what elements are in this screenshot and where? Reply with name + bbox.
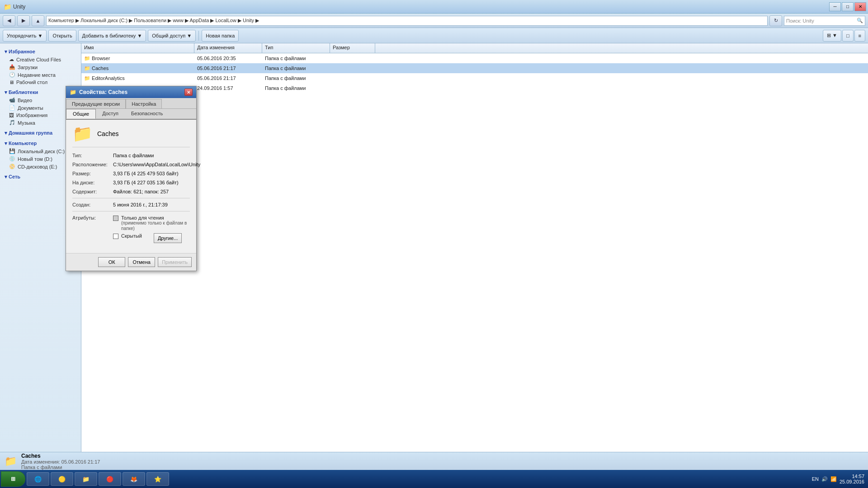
sidebar-item-label: Загрузки — [18, 65, 38, 70]
close-button[interactable]: ✕ — [854, 2, 866, 11]
sidebar-item-label: Локальный диск (C:) — [18, 149, 65, 154]
dialog-close-button[interactable]: ✕ — [184, 89, 193, 96]
attr-label: Атрибуты: — [72, 215, 113, 245]
sidebar-item-recent[interactable]: 🕐 Недавние места — [0, 71, 81, 79]
refresh-button[interactable]: ↻ — [769, 15, 782, 26]
sidebar-item-label: Видео — [18, 98, 32, 103]
file-name: 📁 EditorAnalytics — [81, 75, 194, 81]
hidden-checkbox[interactable] — [113, 234, 118, 239]
taskbar-right: EN 🔊 📶 14:57 25.09.2016 — [812, 474, 867, 484]
file-type: Папка с файлами — [262, 85, 330, 91]
taskbar-app-chrome[interactable]: 🌐 — [27, 472, 49, 486]
breadcrumb[interactable]: Компьютер ▶ Локальный диск (C:) ▶ Пользо… — [46, 16, 768, 26]
table-row[interactable]: 📁 Example Project 24.09.2016 1:57 Папка … — [81, 83, 868, 93]
view-toggle-button[interactable]: ⊞ ▼ — [823, 30, 841, 42]
app6-icon: ⭐ — [154, 476, 161, 483]
favorites-header[interactable]: ▾ Избранное — [0, 47, 81, 56]
taskbar-network-icon: 📶 — [830, 476, 837, 482]
properties-dialog[interactable]: 📁 Свойства: Caches ✕ Предыдущие версии Н… — [66, 86, 197, 271]
file-date: 05.06.2016 20:35 — [194, 56, 262, 61]
taskbar-app-firefox[interactable]: 🦊 — [123, 472, 145, 486]
maximize-button[interactable]: □ — [842, 2, 854, 11]
file-name: 📁 Caches — [81, 66, 194, 71]
back-button[interactable]: ◀ — [3, 15, 15, 26]
share-button[interactable]: Общий доступ ▼ — [148, 30, 196, 42]
sidebar-item-label: Музыка — [18, 120, 35, 126]
toolbar-separator — [198, 31, 199, 41]
start-button[interactable]: ⊞ — [1, 471, 25, 487]
table-row[interactable]: 📁 Browser 05.06.2016 20:35 Папка с файла… — [81, 53, 868, 63]
downloads-icon: 📥 — [9, 64, 15, 70]
prop-label-type: Тип: — [72, 153, 113, 158]
details-pane-button[interactable]: ≡ — [854, 30, 865, 42]
forward-button[interactable]: ▶ — [17, 15, 30, 26]
table-row[interactable]: 📁 Caches 05.06.2016 21:17 Папка с файлам… — [81, 63, 868, 73]
attr-row: Атрибуты: Только для чтения (применимо т… — [72, 215, 190, 245]
open-button[interactable]: Открыть — [48, 30, 76, 42]
tab-access[interactable]: Доступ — [96, 109, 125, 119]
opera-icon: 🔴 — [106, 476, 113, 483]
ok-button[interactable]: ОК — [98, 257, 125, 267]
col-header-type[interactable]: Тип — [262, 43, 330, 53]
status-name: Caches — [21, 453, 100, 459]
dialog-separator — [72, 198, 190, 198]
file-list: Имя Дата изменения Тип Размер 📁 Browser … — [81, 43, 868, 470]
taskbar-app-opera[interactable]: 🔴 — [99, 472, 121, 486]
readonly-checkbox[interactable] — [113, 216, 118, 221]
prop-row-disk-size: На диске: 3,93 ГБ (4 227 035 136 байт) — [72, 180, 190, 185]
window-icon: 📁 — [4, 3, 11, 10]
prop-label-size: Размер: — [72, 171, 113, 176]
dialog-footer: ОК Отмена Применить — [66, 253, 196, 271]
folder-icon: 📁 — [84, 66, 92, 71]
minimize-button[interactable]: ─ — [829, 2, 841, 11]
cancel-button[interactable]: Отмена — [128, 257, 155, 267]
sidebar-item-creative-cloud[interactable]: ☁ Creative Cloud Files — [0, 56, 81, 63]
prop-value-type: Папка с файлами — [113, 153, 190, 158]
dialog-title-text: Свойства: Caches — [79, 89, 127, 95]
taskbar-clock[interactable]: 14:57 25.09.2016 — [840, 474, 864, 484]
preview-pane-button[interactable]: □ — [842, 30, 854, 42]
sidebar-item-desktop[interactable]: 🖥 Рабочий стол — [0, 79, 81, 86]
organize-button[interactable]: Упорядочить ▼ — [3, 30, 47, 42]
taskbar-app-2[interactable]: 🟡 — [51, 472, 73, 486]
hidden-label-group: Скрытый — [121, 233, 142, 239]
prop-value-contains: Файлов: 621; папок: 257 — [113, 189, 190, 194]
dialog-folder-header: 📁 Caches — [72, 124, 190, 147]
prop-row-type: Тип: Папка с файлами — [72, 153, 190, 158]
sidebar-item-label: Creative Cloud Files — [16, 57, 61, 62]
sidebar-item-downloads[interactable]: 📥 Загрузки — [0, 63, 81, 71]
sidebar-item-label: CD-дисковод (E:) — [18, 164, 57, 169]
col-header-name[interactable]: Имя — [81, 43, 194, 53]
c-drive-icon: 💾 — [9, 148, 15, 154]
readonly-label-group: Только для чтения (применимо только к фа… — [121, 215, 190, 231]
tab-general[interactable]: Общие — [66, 109, 96, 119]
file-type: Папка с файлами — [262, 75, 330, 81]
col-header-date[interactable]: Дата изменения — [194, 43, 262, 53]
add-library-button[interactable]: Добавить в библиотеку ▼ — [78, 30, 146, 42]
taskbar-app-6[interactable]: ⭐ — [146, 472, 169, 486]
taskbar-app-explorer[interactable]: 📁 — [75, 472, 97, 486]
app2-icon: 🟡 — [58, 476, 66, 483]
readonly-label: Только для чтения — [121, 215, 190, 221]
sidebar-item-label: Рабочий стол — [16, 80, 47, 85]
taskbar-time: 14:57 — [852, 474, 864, 479]
search-bar[interactable]: Поиск: Unity 🔍 — [784, 16, 865, 26]
apply-button[interactable]: Применить — [158, 257, 192, 267]
folder-icon: 📁 — [84, 56, 92, 61]
col-header-size[interactable]: Размер — [330, 43, 375, 53]
chrome-icon: 🌐 — [34, 476, 42, 483]
title-bar-left: 📁 Unity — [0, 3, 25, 10]
up-button[interactable]: ▲ — [32, 15, 44, 26]
other-button[interactable]: Другие... — [154, 233, 182, 243]
new-folder-button[interactable]: Новая папка — [202, 30, 239, 42]
file-type: Папка с файлами — [262, 56, 330, 61]
address-bar: ◀ ▶ ▲ Компьютер ▶ Локальный диск (C:) ▶ … — [0, 14, 868, 28]
dialog-tabs-row1: Предыдущие версии Настройка — [66, 98, 196, 109]
tab-settings[interactable]: Настройка — [126, 99, 162, 108]
tab-previous-versions[interactable]: Предыдущие версии — [66, 99, 126, 108]
firefox-icon: 🦊 — [130, 476, 137, 483]
table-row[interactable]: 📁 EditorAnalytics 05.06.2016 21:17 Папка… — [81, 73, 868, 83]
tab-security[interactable]: Безопасность — [125, 109, 169, 119]
search-placeholder: Поиск: Unity — [786, 18, 814, 23]
prop-label-location: Расположение: — [72, 162, 113, 167]
